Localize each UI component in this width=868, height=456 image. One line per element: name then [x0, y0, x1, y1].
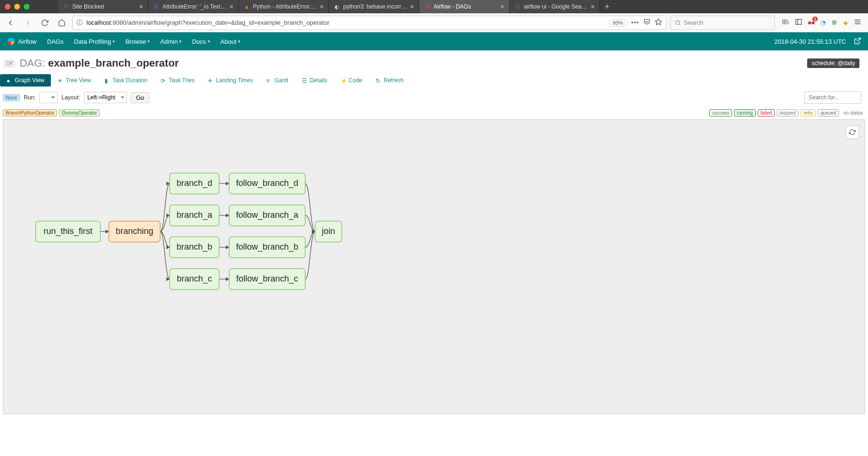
- dag-label: DAG:: [19, 57, 45, 69]
- extension-ublock-icon[interactable]: ⛨: [831, 19, 838, 26]
- dag-subtab[interactable]: ✈Landing Times: [201, 74, 260, 87]
- subtab-label: Refresh: [384, 77, 404, 84]
- sidebar-icon[interactable]: [795, 18, 802, 27]
- new-tab-button[interactable]: +: [600, 2, 614, 12]
- base-date-none: None: [3, 94, 20, 101]
- dag-toggle[interactable]: Off: [4, 60, 15, 67]
- url-bar[interactable]: ⓘ localhost:8080/admin/airflow/graph?exe…: [72, 16, 666, 30]
- go-button[interactable]: Go: [131, 92, 150, 103]
- status-queued: queued: [818, 109, 839, 116]
- airflow-brand[interactable]: Airflow: [7, 37, 37, 46]
- graph-node-run_this_first[interactable]: run_this_first: [36, 221, 100, 242]
- browser-tab[interactable]: ▲Python - AttributeError: '_io.Te…×: [239, 0, 329, 13]
- graph-node-follow_branch_b[interactable]: follow_branch_b: [229, 237, 305, 258]
- browser-toolbar: ⓘ localhost:8080/admin/airflow/graph?exe…: [0, 13, 868, 32]
- browser-tab[interactable]: ◐python3: behave incorrectly m…×: [329, 0, 419, 13]
- tab-close-icon[interactable]: ×: [230, 3, 233, 10]
- dag-subtab[interactable]: ☰Details: [295, 74, 334, 87]
- tab-favicon-icon: G: [153, 3, 160, 10]
- caret-down-icon: ▾: [179, 39, 182, 44]
- forward-button[interactable]: [21, 16, 34, 29]
- dag-subtab[interactable]: ☀Tree View: [51, 74, 97, 87]
- tab-close-icon[interactable]: ×: [501, 3, 504, 10]
- nav-item[interactable]: Data Profiling▾: [74, 38, 115, 45]
- status-failed: failed: [758, 109, 775, 116]
- status-retry: retry: [800, 109, 816, 116]
- subtab-icon: ↻: [376, 78, 381, 83]
- extension-icon[interactable]: ◔: [820, 19, 826, 26]
- run-controls: None Run: Layout: Left->Right Go: [0, 87, 868, 108]
- svg-text:join: join: [321, 226, 335, 236]
- graph-node-follow_branch_c[interactable]: follow_branch_c: [229, 269, 305, 290]
- tab-close-icon[interactable]: ×: [320, 3, 324, 10]
- graph-node-branch_a[interactable]: branch_a: [170, 205, 219, 226]
- caret-down-icon: ▾: [113, 39, 115, 44]
- layout-select[interactable]: Left->Right: [84, 92, 127, 103]
- search-bar[interactable]: Search: [670, 16, 775, 30]
- svg-text:branch_b: branch_b: [176, 242, 212, 252]
- dag-subtab[interactable]: ⟳Task Tries: [154, 74, 201, 87]
- graph-node-branch_d[interactable]: branch_d: [170, 173, 219, 194]
- layout-label: Layout:: [61, 94, 80, 101]
- operator-branchpython: BranchPythonOperator: [3, 109, 57, 116]
- home-button[interactable]: [55, 16, 68, 29]
- external-link-icon[interactable]: [854, 37, 861, 46]
- browser-tab[interactable]: 🛡Site Blocked×: [58, 0, 148, 13]
- dag-name: example_branch_operator: [48, 57, 179, 69]
- subtab-label: Details: [310, 77, 328, 84]
- subtab-icon: ✈: [208, 78, 213, 83]
- minimize-window-icon[interactable]: [14, 4, 20, 10]
- subtab-label: Tree View: [66, 77, 91, 84]
- graph-node-follow_branch_d[interactable]: follow_branch_d: [229, 173, 305, 194]
- graph-canvas[interactable]: run_this_firstbranchingbranch_dbranch_ab…: [3, 119, 865, 414]
- browser-tab[interactable]: GAttributeError: '_io.TextIOWrap…×: [148, 0, 239, 13]
- airflow-navbar: Airflow DAGsData Profiling▾Browse▾Admin▾…: [0, 32, 868, 50]
- nav-item[interactable]: Browse▾: [125, 38, 150, 45]
- dag-graph-svg: run_this_firstbranchingbranch_dbranch_ab…: [3, 120, 865, 414]
- dag-subtab[interactable]: ≡Gantt: [260, 74, 295, 87]
- zoom-window-icon[interactable]: [24, 4, 29, 10]
- extension-lastpass-icon[interactable]: ■■: [808, 19, 815, 26]
- browser-extension-icons: ■■ ◔ ⛨ ◆: [779, 18, 865, 27]
- subtab-icon: ⟳: [161, 78, 166, 83]
- caret-down-icon: ▾: [238, 39, 241, 44]
- tab-title: Site Blocked: [72, 3, 136, 10]
- graph-node-follow_branch_a[interactable]: follow_branch_a: [229, 205, 305, 226]
- graph-node-join[interactable]: join: [315, 221, 342, 242]
- dag-subtab[interactable]: ⚡Code: [334, 74, 369, 87]
- graph-node-branch_b[interactable]: branch_b: [170, 237, 219, 258]
- hamburger-menu-icon[interactable]: [854, 18, 861, 27]
- tab-close-icon[interactable]: ×: [591, 3, 595, 10]
- dag-subtab[interactable]: ↻Refresh: [369, 74, 410, 87]
- caret-down-icon: ▾: [208, 39, 210, 44]
- nav-item[interactable]: About▾: [221, 38, 241, 45]
- nav-item[interactable]: Docs▾: [192, 38, 210, 45]
- zoom-badge[interactable]: 80%: [608, 19, 627, 27]
- page-actions-icon[interactable]: •••: [631, 19, 639, 26]
- browser-tab[interactable]: Gairflow ui - Google Search×: [510, 0, 600, 13]
- graph-node-branch_c[interactable]: branch_c: [170, 269, 219, 290]
- back-button[interactable]: [4, 16, 17, 29]
- nav-item[interactable]: DAGs: [47, 38, 64, 45]
- dag-subtab[interactable]: ▮Task Duration: [98, 74, 154, 87]
- refresh-icon: [849, 129, 856, 136]
- save-pocket-icon[interactable]: [643, 18, 651, 27]
- tab-close-icon[interactable]: ×: [139, 3, 143, 10]
- extension-icon-2[interactable]: ◆: [843, 19, 848, 26]
- graph-node-branching[interactable]: branching: [109, 221, 160, 242]
- tab-close-icon[interactable]: ×: [410, 3, 414, 10]
- tab-title: Python - AttributeError: '_io.Te…: [253, 3, 317, 10]
- nav-item[interactable]: Admin▾: [160, 38, 182, 45]
- reload-button[interactable]: [38, 16, 51, 29]
- node-search-input[interactable]: [804, 91, 861, 104]
- browser-tab[interactable]: ✱Airflow - DAGs×: [419, 0, 510, 13]
- svg-point-1: [675, 20, 679, 24]
- library-icon[interactable]: [781, 18, 789, 27]
- run-select[interactable]: [39, 92, 58, 103]
- graph-refresh-button[interactable]: [846, 126, 859, 139]
- tab-favicon-icon: ◐: [334, 3, 340, 10]
- bookmark-star-icon[interactable]: [655, 18, 662, 27]
- info-icon[interactable]: ⓘ: [77, 19, 83, 27]
- dag-subtab[interactable]: ●Graph View: [0, 74, 51, 87]
- close-window-icon[interactable]: [5, 4, 10, 10]
